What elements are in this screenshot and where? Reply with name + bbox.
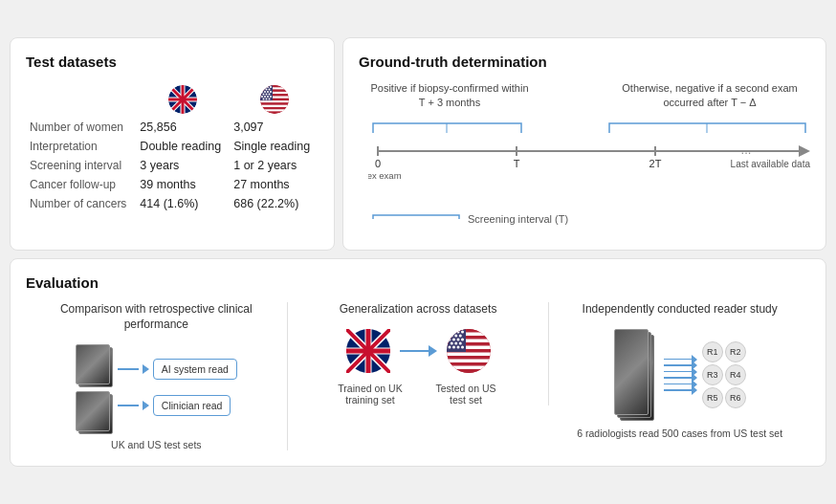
row-label: Screening interval xyxy=(26,156,136,175)
svg-marker-50 xyxy=(799,145,810,157)
svg-point-37 xyxy=(262,94,264,96)
svg-rect-13 xyxy=(260,88,289,90)
comparison-diagram: AI system read Clinician read xyxy=(33,344,279,431)
us-value: Single reading xyxy=(230,137,319,156)
uk-value: 39 months xyxy=(136,175,230,194)
test-datasets-title: Test datasets xyxy=(26,54,319,70)
eval-sections: Comparison with retrospective clinical p… xyxy=(26,302,810,449)
svg-point-93 xyxy=(448,339,451,341)
mammogram-stack-left xyxy=(76,344,110,431)
reader-diagram: R1 R2 R3 R4 R5 R6 xyxy=(557,329,803,420)
svg-rect-80 xyxy=(447,356,491,360)
svg-point-95 xyxy=(456,339,459,341)
ai-read-box: AI system read xyxy=(153,359,237,380)
eval-section-reader: Independently conducted reader study xyxy=(549,302,810,439)
svg-rect-82 xyxy=(447,362,491,366)
gen-arrow xyxy=(400,345,437,357)
timeline-axis-svg: 0 Index exam T 2T ... Last available dat… xyxy=(368,137,836,185)
svg-rect-84 xyxy=(447,369,491,373)
svg-point-88 xyxy=(456,331,459,334)
eval-section-generalization: Generalization across datasets xyxy=(288,302,550,405)
reader-r6: R6 xyxy=(725,387,746,408)
section1-caption: UK and US test sets xyxy=(33,439,279,450)
svg-point-91 xyxy=(454,335,457,338)
clinician-read-box: Clinician read xyxy=(153,395,231,416)
svg-point-96 xyxy=(461,339,464,341)
negative-label: Otherwise, negative if a second exam occ… xyxy=(609,81,810,109)
uk-value: 414 (1.6%) xyxy=(136,194,230,213)
svg-point-103 xyxy=(461,346,464,349)
col-label-header xyxy=(26,81,136,118)
svg-rect-23 xyxy=(260,110,289,112)
svg-point-101 xyxy=(452,346,455,349)
us-value: 1 or 2 years xyxy=(230,156,319,175)
tested-label: Tested on US test set xyxy=(432,383,499,405)
svg-rect-73 xyxy=(447,333,491,337)
evaluation-card: Evaluation Comparison with retrospective… xyxy=(10,258,826,466)
svg-rect-81 xyxy=(447,360,491,363)
svg-point-39 xyxy=(268,94,270,96)
table-row: Interpretation Double reading Single rea… xyxy=(26,137,319,156)
row-label: Number of cancers xyxy=(26,194,136,213)
svg-point-97 xyxy=(450,342,452,345)
generalization-diagram xyxy=(296,329,541,373)
svg-point-32 xyxy=(268,89,270,91)
svg-point-43 xyxy=(270,96,272,98)
reader-bubbles: R1 R2 R3 R4 R5 R6 xyxy=(702,341,746,408)
svg-point-29 xyxy=(270,86,272,88)
svg-text:Last available data: Last available data xyxy=(731,159,811,169)
svg-point-46 xyxy=(268,99,270,100)
uk-flag-large xyxy=(346,329,390,373)
svg-point-100 xyxy=(448,346,451,349)
section2-title: Generalization across datasets xyxy=(296,302,541,318)
positive-label: Positive if biopsy-confirmed within T + … xyxy=(368,81,531,109)
svg-point-86 xyxy=(448,331,451,334)
svg-point-28 xyxy=(267,86,269,88)
table-row: Number of cancers 414 (1.6%) 686 (22.2%) xyxy=(26,194,319,213)
svg-point-98 xyxy=(454,342,457,345)
ground-truth-title: Ground-truth determination xyxy=(359,54,810,70)
row-label: Cancer follow-up xyxy=(26,175,136,194)
uk-flag-icon xyxy=(168,85,197,114)
evaluation-title: Evaluation xyxy=(26,274,810,291)
top-row: Test datasets xyxy=(10,37,826,251)
uk-value: Double reading xyxy=(136,137,230,156)
ai-read-arrow: AI system read xyxy=(118,359,237,380)
svg-point-99 xyxy=(458,342,461,345)
reader-r2: R2 xyxy=(725,341,746,362)
us-value: 686 (22.2%) xyxy=(230,194,319,213)
positive-brace-svg xyxy=(368,116,526,135)
reader-r1: R1 xyxy=(702,341,723,362)
eval-section-comparison: Comparison with retrospective clinical p… xyxy=(26,302,288,449)
arrow-boxes: AI system read Clinician read xyxy=(118,359,237,416)
svg-text:Index exam: Index exam xyxy=(368,170,402,181)
svg-point-94 xyxy=(452,339,455,341)
reader-r3: R3 xyxy=(702,364,723,385)
us-value: 27 months xyxy=(230,175,319,194)
section1-title: Comparison with retrospective clinical p… xyxy=(33,302,279,332)
svg-rect-21 xyxy=(260,105,289,107)
svg-text:T: T xyxy=(514,158,520,169)
table-row: Number of women 25,856 3,097 xyxy=(26,118,319,137)
main-container: Test datasets xyxy=(10,37,826,466)
us-flag-large xyxy=(447,329,491,373)
svg-point-40 xyxy=(261,96,263,98)
svg-rect-24 xyxy=(260,112,289,114)
svg-point-35 xyxy=(267,91,269,93)
svg-point-92 xyxy=(458,335,461,338)
svg-text:...: ... xyxy=(741,142,752,157)
svg-point-31 xyxy=(265,89,267,91)
mammo-stack-right xyxy=(614,329,658,420)
uk-value: 25,856 xyxy=(136,118,230,137)
svg-point-30 xyxy=(262,89,264,91)
svg-point-27 xyxy=(264,86,266,88)
gen-labels: Trained on UK training set Tested on US … xyxy=(296,383,541,405)
svg-point-90 xyxy=(450,335,452,338)
row-label: Number of women xyxy=(26,118,136,137)
svg-point-89 xyxy=(461,331,464,334)
section3-caption: 6 radiologists read 500 cases from US te… xyxy=(557,427,803,439)
test-datasets-card: Test datasets xyxy=(10,37,335,251)
negative-brace-svg xyxy=(605,116,810,135)
reader-r4: R4 xyxy=(725,364,746,385)
us-value: 3,097 xyxy=(230,118,319,137)
